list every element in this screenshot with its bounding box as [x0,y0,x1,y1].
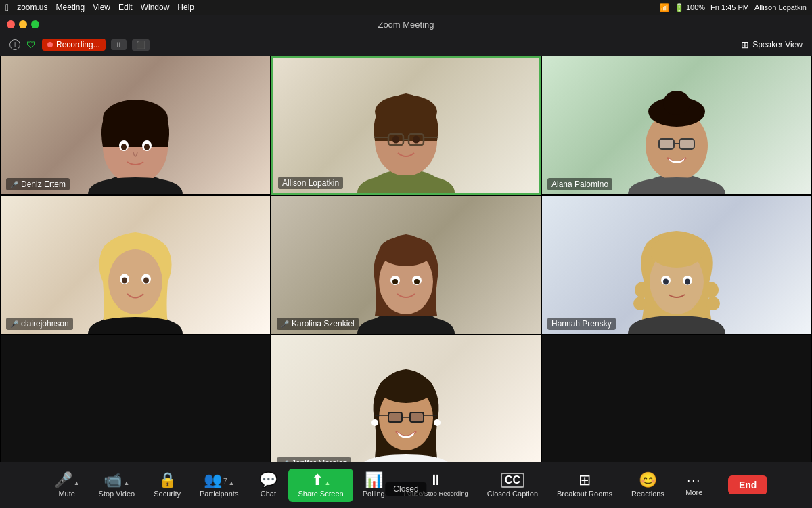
participant-name-hannah: Hannah Prensky [547,318,616,330]
end-button[interactable]: End [728,475,767,494]
mute-icon: 🎤 [54,473,72,488]
svg-rect-22 [679,139,694,149]
avatar-jenifer [271,335,541,473]
speaker-view-button[interactable]: ⊞ Speaker View [741,39,803,50]
title-bar: Zoom Meeting [0,15,812,34]
svg-point-44 [706,297,720,310]
participants-icon: 👥 [204,473,222,488]
reactions-button[interactable]: 😊 Reactions [622,469,674,502]
apple-menu[interactable]:  [5,2,9,13]
video-tile-empty-left [0,335,271,474]
reactions-label: Reactions [631,490,664,498]
avatar-alana [542,56,811,194]
closed-caption-overlay: Closed [385,482,426,496]
stop-video-label: Stop Video [99,490,135,498]
traffic-lights[interactable] [7,20,39,28]
video-grid: 🎤 Deniz Ertem [0,56,812,474]
breakout-rooms-button[interactable]: ⊞ Breakout Rooms [547,469,622,502]
svg-point-61 [434,419,441,426]
participants-label: Participants [200,490,238,498]
video-icon: 📹 [104,473,122,488]
chat-label: Chat [261,490,276,498]
name-label-hannah: Hannah Prensky [551,319,612,329]
polling-label: Polling [363,490,385,498]
menu-right-status: 📶 🔋 100% Fri 1:45 PM Allison Lopatkin [660,3,807,12]
menu-window[interactable]: Window [141,3,170,12]
security-button[interactable]: 🔒 Security [144,469,190,502]
share-screen-button[interactable]: ⬆ ▲ Share Screen [288,469,353,502]
closed-caption-label: Closed Caption [487,490,538,498]
closed-caption-button[interactable]: CC Closed Caption [478,469,547,502]
more-icon: ··· [687,474,701,486]
clock: Fri 1:45 PM [710,3,749,12]
mic-muted-icon: 🎤 [10,181,18,188]
name-label-alana: Alana Palomino [551,179,608,189]
window-title: Zoom Meeting [378,20,434,30]
share-arrow: ▲ [325,480,331,486]
video-arrow: ▲ [123,480,129,486]
svg-point-6 [144,144,150,150]
svg-point-54 [379,373,433,403]
breakout-rooms-label: Breakout Rooms [557,490,612,498]
svg-point-15 [392,136,399,144]
recording-badge[interactable]: Recording... [42,39,106,51]
chat-button[interactable]: 💬 Chat [248,469,288,502]
macos-menu-bar:  zoom.us Meeting View Edit Window Help … [0,0,812,15]
participants-button[interactable]: 👥 7 ▲ Participants [190,469,248,502]
svg-point-46 [650,236,704,268]
video-tile-hannah: Hannah Prensky [541,195,812,335]
participant-name-claire: 🎤 clairejohnson [6,318,73,330]
chat-icon: 💬 [259,473,277,488]
svg-point-20 [663,91,690,115]
mic-muted-icon-2: 🎤 [10,320,18,328]
svg-point-37 [392,279,398,284]
minimize-button[interactable] [19,20,27,28]
svg-point-16 [413,136,420,144]
shield-icon[interactable]: 🛡 [26,39,37,50]
share-icon: ⬆ [311,473,323,488]
security-label: Security [154,490,181,498]
close-button[interactable] [7,20,15,28]
name-label-claire: clairejohnson [21,319,69,329]
video-tile-allison: Allison Lopatkin [271,56,541,195]
more-button[interactable]: ··· More [674,470,715,501]
app-name[interactable]: zoom.us [17,3,47,12]
svg-point-49 [663,279,669,285]
menu-help[interactable]: Help [177,3,194,12]
menu-edit[interactable]: Edit [118,3,133,12]
user-name: Allison Lopatkin [754,3,807,12]
end-label: End [739,480,757,490]
menu-view[interactable]: View [93,3,110,12]
more-label: More [685,488,702,496]
info-icon[interactable]: i [9,39,20,50]
svg-point-42 [702,282,719,298]
video-tile-karolina: 🎤 Karolina Szenkiel [271,195,541,335]
svg-rect-55 [388,412,402,422]
pause-recording-button[interactable]: ⏸ [111,39,127,50]
participant-name-deniz: 🎤 Deniz Ertem [6,178,70,190]
grid-icon: ⊞ [741,39,749,50]
stop-video-button[interactable]: 📹 ▲ Stop Video [89,469,145,502]
battery-icon: 🔋 100% [675,3,705,12]
name-label-karolina: Karolina Szenkiel [292,319,355,329]
mic-muted-icon-3: 🎤 [281,320,289,328]
zoom-top-toolbar: i 🛡 Recording... ⏸ ⬛ ⊞ Speaker View [0,34,812,56]
video-tile-jenifer: 🎤 Jenifer Moralez [271,335,541,474]
svg-point-30 [143,278,149,284]
cc-icon: CC [501,473,524,488]
mute-button[interactable]: 🎤 ▲ Mute [45,469,89,502]
stop-recording-button[interactable]: ⬛ [132,39,150,51]
mute-arrow: ▲ [74,480,80,486]
video-tile-claire: 🎤 clairejohnson [0,195,271,335]
participants-arrow: ▲ [229,480,235,486]
svg-rect-21 [659,139,674,149]
security-icon: 🔒 [158,473,177,488]
avatar-karolina [271,196,541,334]
name-label-allison: Allison Lopatkin [282,178,339,188]
reactions-icon: 😊 [639,473,657,488]
video-tile-alana: Alana Palomino [541,56,812,195]
menu-meeting[interactable]: Meeting [55,3,85,12]
maximize-button[interactable] [31,20,39,28]
avatar-claire [1,196,270,334]
svg-point-38 [414,279,420,284]
